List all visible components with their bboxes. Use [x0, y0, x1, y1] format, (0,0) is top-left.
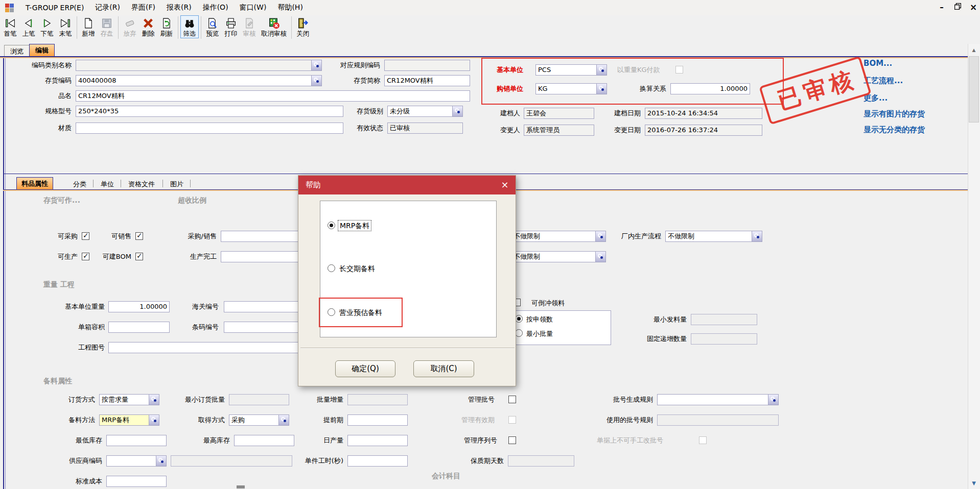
option-long-lead-radio[interactable]: [328, 264, 335, 272]
scroll-down-icon[interactable]: ▼: [968, 478, 980, 489]
menu-operation[interactable]: 操作(O): [197, 2, 234, 14]
lead-time-label: 提前期: [305, 414, 343, 426]
manage-expiry-checkbox: [508, 416, 516, 424]
menu-tgroup-erp[interactable]: T-GROUP ERP(E): [20, 2, 89, 13]
prep-method-field[interactable]: MRP备料: [99, 414, 159, 426]
option-long-lead-label[interactable]: 长交期备料: [339, 263, 375, 274]
box-volume-field[interactable]: [108, 322, 170, 333]
manage-batch-checkbox[interactable]: [508, 396, 516, 403]
spec-field[interactable]: 250*240*35: [76, 106, 343, 117]
menu-help[interactable]: 帮助(H): [272, 2, 308, 14]
tab-item-attributes[interactable]: 料品属性: [16, 177, 53, 190]
menu-window[interactable]: 窗口(W): [234, 2, 272, 14]
can-bom-checkbox[interactable]: [135, 253, 143, 260]
toolbar-label: 末笔: [59, 30, 72, 38]
item-name-field[interactable]: CR12MOV精料: [76, 90, 470, 102]
link-bom[interactable]: BOM...: [864, 59, 892, 68]
lookup-button[interactable]: [595, 251, 606, 262]
lookup-button[interactable]: [311, 75, 322, 86]
next-record-button[interactable]: 下笔: [38, 15, 56, 38]
material-field[interactable]: [76, 123, 343, 134]
menu-report[interactable]: 报表(R): [161, 2, 197, 14]
lookup-button[interactable]: [149, 394, 159, 405]
minimize-button[interactable]: –: [936, 2, 948, 13]
lookup-button[interactable]: [156, 455, 167, 467]
acquire-field[interactable]: 采购: [229, 414, 289, 426]
restrict1-field[interactable]: 不做限制: [511, 231, 606, 242]
restrict2-field[interactable]: 不做限制: [511, 251, 606, 262]
issue-by-min-batch-radio[interactable]: [515, 329, 523, 337]
scrollbar-thumb[interactable]: [969, 56, 979, 123]
tab-edit[interactable]: 编辑: [29, 44, 55, 57]
daily-output-field[interactable]: [347, 435, 408, 446]
menu-record[interactable]: 记录(R): [89, 2, 126, 14]
menu-interface[interactable]: 界面(F): [126, 2, 161, 14]
option-sales-forecast-label[interactable]: 营业预估备料: [339, 307, 382, 317]
level-field[interactable]: 未分级: [387, 106, 463, 117]
manage-serial-checkbox[interactable]: [508, 436, 516, 444]
magnifier-icon: [314, 62, 318, 66]
option-sales-forecast-radio[interactable]: [328, 308, 335, 316]
link-show-with-images[interactable]: 显示有图片的存货: [864, 109, 925, 119]
option-mrp-radio[interactable]: [328, 222, 335, 229]
preview-button[interactable]: 预览: [203, 15, 222, 38]
lookup-button[interactable]: [149, 414, 159, 426]
supplier-field[interactable]: [106, 455, 167, 467]
dialog-title-bar[interactable]: 帮助: [298, 176, 516, 194]
item-code-field[interactable]: 400400008: [76, 75, 322, 86]
toolbar-label: 筛选: [183, 30, 196, 38]
close-window-button[interactable]: ×: [967, 2, 979, 13]
trade-unit-field[interactable]: KG: [535, 83, 607, 94]
close-form-button[interactable]: 关闭: [294, 15, 312, 38]
lookup-button[interactable]: [452, 106, 463, 117]
lookup-button[interactable]: [768, 394, 779, 405]
cancel-button[interactable]: 取消(C): [413, 360, 474, 377]
can-sale-checkbox[interactable]: [135, 232, 143, 240]
can-produce-checkbox[interactable]: [82, 253, 89, 260]
can-purchase-checkbox[interactable]: [82, 232, 89, 240]
last-record-button[interactable]: 末笔: [56, 15, 75, 38]
batch-rule-field[interactable]: [657, 394, 779, 405]
tab-unit[interactable]: 单位: [96, 178, 119, 190]
min-stock-field[interactable]: [106, 435, 167, 446]
unit-seconds-field[interactable]: [347, 455, 408, 467]
prev-record-button[interactable]: 上笔: [19, 15, 38, 38]
base-weight-field[interactable]: 1.00000: [108, 301, 170, 312]
lead-time-field[interactable]: [347, 414, 408, 426]
item-abbr-field[interactable]: CR12MOV精料: [384, 75, 470, 86]
filter-button[interactable]: 筛选: [180, 15, 199, 38]
max-stock-label: 最高库存: [185, 435, 230, 446]
conversion-field[interactable]: 1.00000: [670, 83, 750, 94]
toolbar-label: 关闭: [297, 30, 310, 38]
lookup-button[interactable]: [595, 231, 606, 242]
lookup-button[interactable]: [752, 231, 762, 242]
option-mrp-label[interactable]: MRP备料: [338, 220, 371, 231]
lookup-button[interactable]: [311, 60, 322, 71]
lookup-button[interactable]: [596, 64, 607, 76]
print-button[interactable]: 打印: [222, 15, 240, 38]
std-cost-field[interactable]: [106, 476, 167, 487]
code-category-field[interactable]: [76, 60, 322, 71]
dialog-close-icon[interactable]: ×: [499, 179, 510, 190]
link-show-unclassified[interactable]: 显示无分类的存货: [864, 125, 925, 135]
scroll-up-icon[interactable]: ▲: [968, 45, 980, 56]
delete-button[interactable]: 删除: [139, 15, 157, 38]
lookup-button[interactable]: [278, 414, 289, 426]
cancel-audit-button[interactable]: 取消审核: [259, 15, 289, 38]
tab-qualification[interactable]: 资格文件: [124, 178, 159, 190]
lookup-button[interactable]: [596, 83, 607, 94]
tab-image[interactable]: 图片: [166, 178, 188, 190]
factory-flow-field[interactable]: 不做限制: [665, 231, 762, 242]
max-stock-field[interactable]: [234, 435, 294, 446]
ok-button[interactable]: 确定(Q): [335, 360, 395, 377]
base-unit-field[interactable]: PCS: [535, 64, 607, 76]
first-record-button[interactable]: 首笔: [1, 15, 19, 38]
min-stock-label: 最低库存: [57, 435, 102, 446]
refresh-button[interactable]: 刷新: [157, 15, 176, 38]
new-button[interactable]: 新增: [79, 15, 98, 38]
issue-by-request-radio[interactable]: [515, 315, 523, 323]
tab-category[interactable]: 分类: [68, 178, 91, 190]
restore-button[interactable]: [951, 2, 964, 13]
order-mode-field[interactable]: 按需求量: [99, 394, 159, 405]
link-process-flow[interactable]: 工艺流程...: [864, 76, 903, 86]
